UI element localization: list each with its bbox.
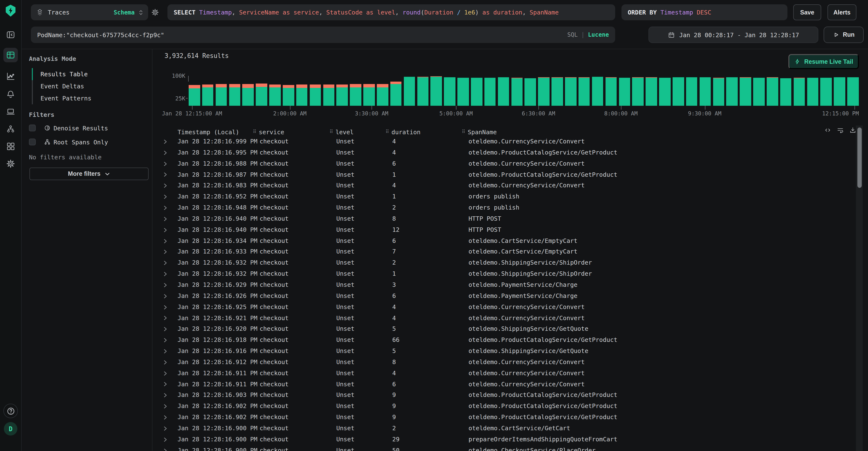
row-expand-chevron-icon[interactable]	[163, 249, 172, 255]
column-header-timestamp-local-[interactable]: Timestamp (Local)	[178, 128, 259, 136]
histogram-bar[interactable]	[390, 82, 402, 106]
root-spans-toggle[interactable]: Root Spans Only	[29, 138, 108, 146]
chart-explorer-icon[interactable]	[6, 72, 16, 81]
row-expand-chevron-icon[interactable]	[163, 371, 172, 376]
hyperdx-logo-icon[interactable]	[4, 4, 17, 17]
table-row[interactable]: Jan 28 12:28:16.932 PMcheckoutUnset2otel…	[152, 258, 855, 269]
drag-handle-icon[interactable]: ⠿	[330, 130, 333, 134]
column-header-duration[interactable]: ⠿duration	[385, 128, 462, 136]
histogram-bar[interactable]	[605, 77, 617, 106]
denoise-checkbox[interactable]	[29, 124, 36, 131]
table-row[interactable]: Jan 28 12:28:16.921 PMcheckoutUnset4otel…	[152, 313, 855, 324]
histogram-bar[interactable]	[700, 77, 711, 106]
sidebar-item-search-active[interactable]	[3, 48, 18, 62]
table-row[interactable]: Jan 28 12:28:16.940 PMcheckoutUnset8HTTP…	[152, 214, 855, 225]
column-header-service[interactable]: ⠿service	[253, 128, 330, 136]
histogram-bar[interactable]	[673, 77, 684, 106]
drag-handle-icon[interactable]: ⠿	[385, 130, 389, 134]
orderby-input[interactable]: ORDER BY Timestamp DESC	[621, 4, 787, 20]
histogram-bar[interactable]	[202, 85, 214, 106]
histogram-bar[interactable]	[552, 78, 563, 106]
source-settings-gear-icon[interactable]	[151, 8, 159, 17]
table-row[interactable]: Jan 28 12:28:16.934 PMcheckoutUnset6otel…	[152, 235, 855, 247]
table-row[interactable]: Jan 28 12:28:16.903 PMcheckoutUnset9otel…	[152, 390, 855, 401]
table-row[interactable]: Jan 28 12:28:16.929 PMcheckoutUnset3otel…	[152, 280, 855, 291]
histogram-bar[interactable]	[834, 77, 845, 106]
histogram-bar[interactable]	[485, 78, 496, 106]
table-row[interactable]: Jan 28 12:28:16.912 PMcheckoutUnset8otel…	[152, 357, 855, 368]
wrap-text-icon[interactable]	[837, 126, 844, 134]
histogram-bar[interactable]	[337, 85, 348, 106]
drag-handle-icon[interactable]: ⠿	[462, 130, 465, 134]
table-row[interactable]: Jan 28 12:28:16.920 PMcheckoutUnset5otel…	[152, 324, 855, 335]
histogram-bar[interactable]	[686, 77, 698, 106]
service-map-icon[interactable]	[6, 124, 16, 134]
row-expand-chevron-icon[interactable]	[163, 183, 172, 189]
histogram-bar[interactable]	[243, 84, 254, 106]
root-spans-checkbox[interactable]	[29, 139, 36, 145]
histogram-bar[interactable]	[229, 84, 240, 106]
alerts-bell-icon[interactable]	[6, 89, 16, 99]
denoise-results-toggle[interactable]: Denoise Results	[29, 124, 108, 132]
code-view-icon[interactable]	[824, 126, 831, 134]
search-input[interactable]: PodName:"checkout-675775c4cc-f2p9c" SQL …	[31, 27, 615, 43]
alerts-button[interactable]: Alerts	[828, 4, 857, 20]
table-row[interactable]: Jan 28 12:28:16.940 PMcheckoutUnset12HTT…	[152, 225, 855, 236]
table-row[interactable]: Jan 28 12:28:16.911 PMcheckoutUnset6otel…	[152, 379, 855, 390]
histogram-bar[interactable]	[457, 78, 469, 106]
histogram-bar[interactable]	[726, 77, 738, 106]
row-expand-chevron-icon[interactable]	[163, 338, 172, 343]
table-row[interactable]: Jan 28 12:28:16.902 PMcheckoutUnset9otel…	[152, 412, 855, 423]
row-expand-chevron-icon[interactable]	[163, 327, 172, 332]
histogram-bar[interactable]	[538, 77, 550, 106]
row-expand-chevron-icon[interactable]	[163, 293, 172, 299]
histogram-bar[interactable]	[215, 84, 227, 106]
histogram-bar[interactable]	[323, 85, 334, 106]
row-expand-chevron-icon[interactable]	[163, 260, 172, 265]
date-range-picker[interactable]: Jan 28 00:28:17 - Jan 28 12:28:17	[648, 27, 818, 43]
more-filters-button[interactable]: More filters	[29, 168, 149, 180]
table-row[interactable]: Jan 28 12:28:16.918 PMcheckoutUnset66ote…	[152, 335, 855, 346]
histogram-bar[interactable]	[619, 78, 630, 106]
histogram-bar[interactable]	[646, 77, 657, 106]
histogram-bar[interactable]	[444, 77, 456, 106]
save-button[interactable]: Save	[793, 4, 821, 20]
histogram-bar[interactable]	[632, 77, 644, 106]
histogram-bar[interactable]	[565, 78, 576, 106]
analysis-mode-event-deltas[interactable]: Event Deltas	[32, 80, 145, 92]
language-lucene-option[interactable]: Lucene	[588, 31, 609, 38]
histogram-bar[interactable]	[431, 77, 442, 106]
row-expand-chevron-icon[interactable]	[163, 194, 172, 199]
histogram-bar[interactable]	[296, 85, 308, 106]
histogram-bar[interactable]	[498, 77, 509, 106]
histogram-bar[interactable]	[579, 78, 590, 106]
download-icon[interactable]	[849, 126, 857, 134]
help-button[interactable]	[3, 404, 18, 418]
source-selector[interactable]: Traces Schema	[31, 4, 148, 20]
table-scrollbar[interactable]	[856, 125, 863, 451]
histogram-bar[interactable]	[471, 78, 482, 106]
histogram-bar[interactable]	[363, 84, 375, 106]
histogram-bar[interactable]	[794, 78, 805, 106]
table-row[interactable]: Jan 28 12:28:16.932 PMcheckoutUnset1otel…	[152, 269, 855, 280]
column-header-level[interactable]: ⠿level	[330, 128, 385, 136]
histogram-bar[interactable]	[847, 77, 859, 106]
language-sql-option[interactable]: SQL	[567, 31, 578, 38]
histogram-bar[interactable]	[592, 77, 603, 106]
row-expand-chevron-icon[interactable]	[163, 227, 172, 232]
schema-mode-select[interactable]: Schema	[114, 9, 135, 16]
scrollbar-thumb[interactable]	[857, 128, 862, 188]
table-row[interactable]: Jan 28 12:28:16.988 PMcheckoutUnset6otel…	[152, 158, 855, 169]
histogram-bar[interactable]	[269, 85, 281, 106]
table-row[interactable]: Jan 28 12:28:16.948 PMcheckoutUnset2orde…	[152, 202, 855, 214]
row-expand-chevron-icon[interactable]	[163, 448, 172, 451]
histogram-bar[interactable]	[511, 78, 523, 106]
histogram-bar[interactable]	[189, 85, 200, 106]
row-expand-chevron-icon[interactable]	[163, 404, 172, 409]
row-expand-chevron-icon[interactable]	[163, 216, 172, 222]
row-expand-chevron-icon[interactable]	[163, 315, 172, 321]
sql-select-input[interactable]: SELECT Timestamp, ServiceName as service…	[167, 4, 615, 20]
histogram-bar[interactable]	[283, 85, 294, 106]
resume-live-tail-button[interactable]: Resume Live Tail	[788, 54, 859, 69]
row-expand-chevron-icon[interactable]	[163, 305, 172, 310]
